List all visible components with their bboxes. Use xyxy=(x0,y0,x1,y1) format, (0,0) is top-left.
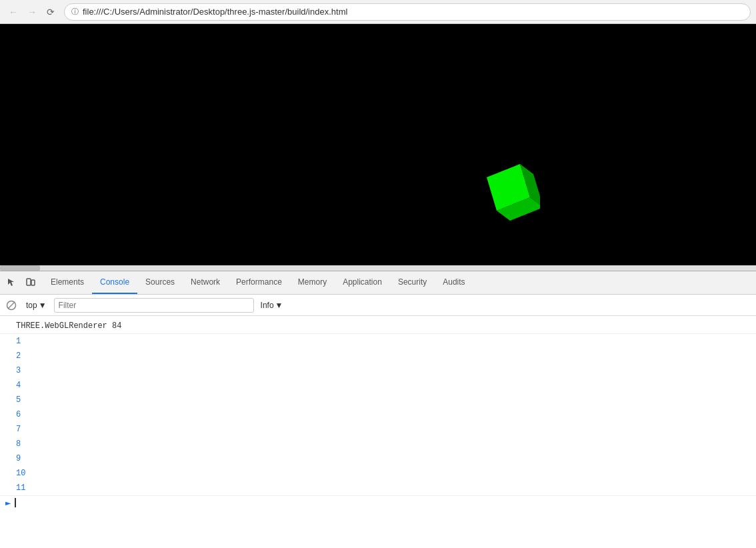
console-line-7: 7 xyxy=(0,422,756,437)
console-webgl-message: THREE.WebGLRenderer 84 xyxy=(0,319,756,334)
tab-sources[interactable]: Sources xyxy=(137,271,183,294)
tab-memory[interactable]: Memory xyxy=(290,271,335,294)
svg-line-6 xyxy=(8,302,15,309)
console-cursor xyxy=(15,498,16,507)
info-icon: ⓘ xyxy=(71,7,79,17)
console-line-5: 5 xyxy=(0,393,756,407)
log-level-label: Info xyxy=(261,301,274,310)
context-dropdown-icon: ▼ xyxy=(39,301,47,310)
console-line-10: 10 xyxy=(0,466,756,481)
tab-elements[interactable]: Elements xyxy=(43,271,92,294)
console-line-3: 3 xyxy=(0,363,756,378)
webpage-scrollbar-thumb xyxy=(0,265,40,271)
filter-input[interactable] xyxy=(54,298,254,313)
context-selector[interactable]: top ▼ xyxy=(23,299,50,312)
log-level-selector[interactable]: Info ▼ xyxy=(258,299,286,311)
three-js-cube xyxy=(480,154,540,229)
devtools-panel: Elements Console Sources Network Perform… xyxy=(0,271,756,548)
console-input-row[interactable]: ► xyxy=(0,495,756,509)
tab-security[interactable]: Security xyxy=(390,271,435,294)
console-prompt-icon: ► xyxy=(5,497,11,508)
back-button[interactable]: ← xyxy=(5,4,21,20)
tab-audits[interactable]: Audits xyxy=(435,271,473,294)
nav-buttons: ← → ⟳ xyxy=(5,4,59,20)
url-text: file:///C:/Users/Administrator/Desktop/t… xyxy=(83,7,347,17)
console-line-11: 11 xyxy=(0,481,756,495)
tab-performance[interactable]: Performance xyxy=(228,271,290,294)
inspect-element-button[interactable] xyxy=(3,273,21,292)
svg-rect-3 xyxy=(27,279,31,285)
tab-console[interactable]: Console xyxy=(92,271,137,294)
console-toolbar: top ▼ Info ▼ xyxy=(0,295,756,316)
webpage-canvas xyxy=(0,24,756,265)
console-clear-button[interactable] xyxy=(4,298,19,313)
webpage-scrollbar[interactable] xyxy=(0,265,756,271)
browser-chrome: ← → ⟳ ⓘ file:///C:/Users/Administrator/D… xyxy=(0,0,756,24)
console-line-2: 2 xyxy=(0,349,756,363)
console-output[interactable]: THREE.WebGLRenderer 84 1 2 3 4 5 6 7 8 9… xyxy=(0,316,756,548)
devtools-tabs: Elements Console Sources Network Perform… xyxy=(40,271,473,294)
console-line-1: 1 xyxy=(0,334,756,349)
console-line-8: 8 xyxy=(0,437,756,451)
console-line-4: 4 xyxy=(0,378,756,393)
context-label: top xyxy=(26,301,37,310)
console-line-9: 9 xyxy=(0,451,756,466)
tab-network[interactable]: Network xyxy=(183,271,228,294)
tab-application[interactable]: Application xyxy=(335,271,390,294)
svg-rect-4 xyxy=(31,280,35,285)
forward-button[interactable]: → xyxy=(24,4,40,20)
devtools-toolbar: Elements Console Sources Network Perform… xyxy=(0,271,756,295)
address-bar[interactable]: ⓘ file:///C:/Users/Administrator/Desktop… xyxy=(64,3,751,21)
device-toolbar-button[interactable] xyxy=(21,273,40,292)
log-level-dropdown-icon: ▼ xyxy=(275,301,283,310)
console-line-6: 6 xyxy=(0,407,756,422)
reload-button[interactable]: ⟳ xyxy=(43,4,59,20)
